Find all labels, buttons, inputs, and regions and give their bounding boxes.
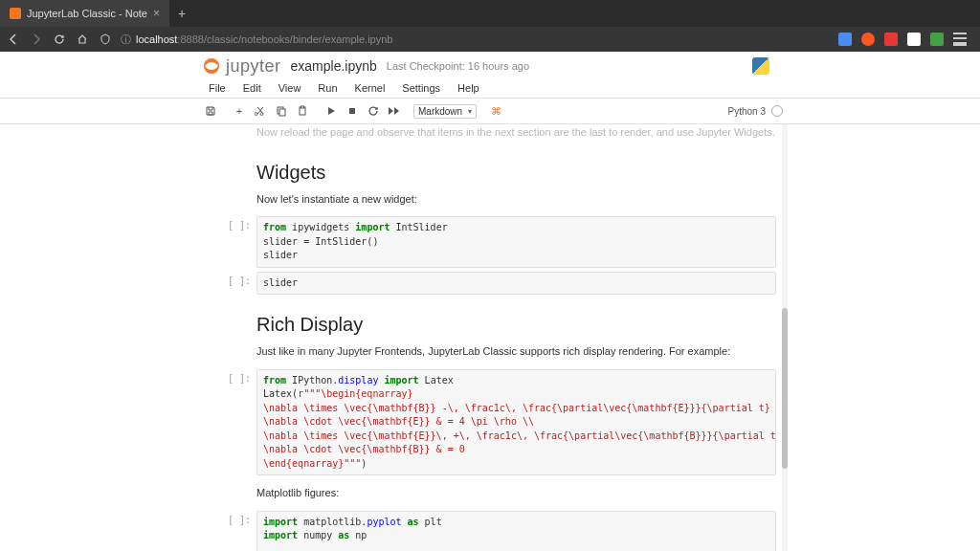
extension-icon[interactable]: [838, 33, 852, 46]
menu-help[interactable]: Help: [450, 80, 487, 96]
extension-icon[interactable]: [907, 33, 921, 46]
svg-rect-3: [301, 106, 304, 108]
heading-widgets: Widgets: [256, 162, 776, 184]
extension-icon[interactable]: [884, 33, 898, 46]
python-logo-icon: [752, 57, 769, 75]
notebook-scroll[interactable]: Now reload the page and observe that ite…: [201, 124, 784, 551]
notebook-header: jupyter example.ipynb Last Checkpoint: 1…: [0, 52, 980, 78]
menu-edit[interactable]: Edit: [235, 80, 269, 96]
copy-icon[interactable]: [272, 101, 291, 121]
cell-type-select[interactable]: Markdown ▾: [413, 104, 477, 119]
menu-view[interactable]: View: [271, 80, 309, 96]
reload-icon[interactable]: [52, 32, 67, 47]
command-palette-icon[interactable]: ⌘: [486, 101, 505, 121]
toolbar: + Markdown ▾ ⌘ Python 3: [0, 99, 980, 123]
code-cell[interactable]: [ ]: from IPython.display import Latex L…: [209, 369, 776, 476]
jupyter-logo[interactable]: jupyter: [201, 55, 281, 77]
chevron-down-icon: ▾: [468, 107, 472, 116]
svg-rect-4: [349, 108, 355, 114]
menu-kernel[interactable]: Kernel: [347, 80, 393, 96]
input-prompt: [ ]:: [209, 272, 256, 296]
stop-icon[interactable]: [343, 101, 362, 121]
markdown-cell[interactable]: Widgets Now let's instantiate a new widg…: [201, 146, 784, 213]
menu-settings[interactable]: Settings: [394, 80, 448, 96]
cell-type-label: Markdown: [418, 106, 462, 117]
browser-tab[interactable]: JupyterLab Classic - Note ×: [0, 0, 169, 27]
input-prompt: [ ]:: [209, 216, 256, 268]
paragraph: Now let's instantiate a new widget:: [256, 191, 776, 208]
paste-icon[interactable]: [293, 101, 312, 121]
paragraph: Matplotlib figures:: [256, 485, 776, 501]
url-path: /classic/notebooks/binder/example.ipynb: [204, 33, 393, 45]
home-icon[interactable]: [75, 32, 90, 47]
code-input[interactable]: from IPython.display import Latex Latex(…: [256, 369, 776, 476]
notebook-body: Now reload the page and observe that ite…: [0, 124, 980, 551]
forward-icon[interactable]: [29, 32, 44, 47]
markdown-cell[interactable]: Matplotlib figures:: [201, 479, 784, 507]
shield-icon[interactable]: [98, 32, 113, 47]
new-tab-button[interactable]: +: [169, 0, 194, 27]
code-input[interactable]: import matplotlib.pyplot as plt import n…: [256, 511, 776, 552]
kernel-name[interactable]: Python 3: [728, 106, 766, 117]
browser-extensions: [838, 33, 974, 46]
menu-run[interactable]: Run: [310, 80, 345, 96]
address-bar[interactable]: ⓘ localhost:8888/classic/notebooks/binde…: [121, 33, 831, 45]
jupyter-wordmark: jupyter: [226, 56, 281, 77]
input-prompt: [ ]:: [209, 369, 256, 476]
markdown-cell[interactable]: Rich Display Just like in many Jupyter F…: [201, 298, 784, 365]
code-input[interactable]: from ipywidgets import IntSlider slider …: [256, 216, 776, 268]
input-prompt: [ ]:: [209, 511, 256, 552]
code-cell[interactable]: [ ]: from ipywidgets import IntSlider sl…: [209, 216, 776, 268]
save-icon[interactable]: [201, 101, 220, 121]
code-input[interactable]: slider: [256, 272, 776, 296]
paragraph: Just like in many Jupyter Frontends, Jup…: [256, 343, 776, 360]
svg-rect-1: [279, 109, 285, 116]
notebook-title[interactable]: example.ipynb: [291, 58, 377, 74]
truncated-text: Now reload the page and observe that ite…: [256, 124, 776, 141]
restart-run-all-icon[interactable]: [385, 101, 404, 121]
back-icon[interactable]: [6, 32, 21, 47]
menubar: File Edit View Run Kernel Settings Help: [0, 78, 980, 99]
restart-icon[interactable]: [364, 101, 383, 121]
extension-icon[interactable]: [930, 33, 944, 46]
close-icon[interactable]: ×: [153, 7, 160, 20]
cut-icon[interactable]: [251, 101, 270, 121]
code-cell[interactable]: [ ]: import matplotlib.pyplot as plt imp…: [209, 511, 776, 552]
info-icon: ⓘ: [121, 34, 130, 44]
checkpoint-text: Last Checkpoint: 16 hours ago: [387, 60, 529, 72]
add-cell-icon[interactable]: +: [230, 101, 249, 121]
url-host: localhost: [136, 33, 177, 45]
run-icon[interactable]: [322, 101, 341, 121]
jupyter-planet-icon: [201, 55, 222, 77]
kernel-status-icon[interactable]: [771, 105, 783, 117]
menu-file[interactable]: File: [201, 80, 234, 96]
menu-icon[interactable]: [953, 33, 967, 46]
browser-toolbar: ⓘ localhost:8888/classic/notebooks/binde…: [0, 27, 980, 52]
heading-rich-display: Rich Display: [256, 314, 776, 336]
extension-icon[interactable]: [861, 33, 875, 46]
browser-tab-strip: JupyterLab Classic - Note × +: [0, 0, 980, 27]
markdown-cell[interactable]: Now reload the page and observe that ite…: [201, 124, 784, 146]
tab-title: JupyterLab Classic - Note: [27, 8, 147, 19]
code-cell[interactable]: [ ]: slider: [209, 272, 776, 296]
jupyter-favicon: [10, 8, 21, 19]
